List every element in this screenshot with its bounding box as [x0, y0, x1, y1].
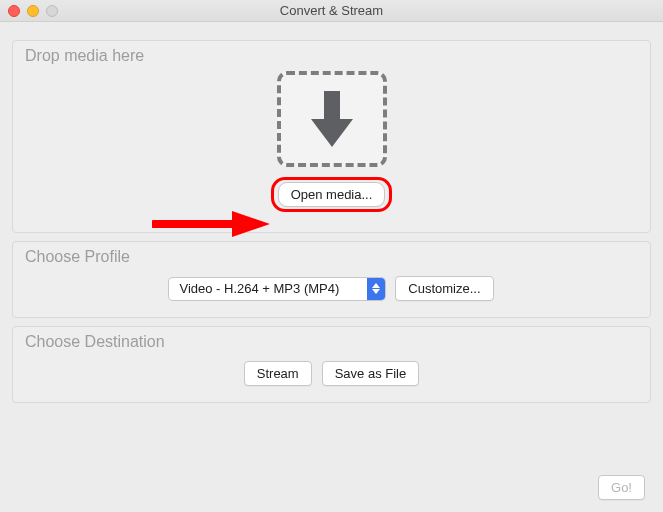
- customize-button[interactable]: Customize...: [395, 276, 493, 301]
- window-title: Convert & Stream: [0, 3, 663, 18]
- window-zoom-button-disabled: [46, 5, 58, 17]
- go-button[interactable]: Go!: [598, 475, 645, 500]
- profile-select[interactable]: Video - H.264 + MP3 (MP4): [169, 278, 385, 300]
- choose-destination-legend: Choose Destination: [25, 333, 165, 351]
- choose-profile-group: Choose Profile Video - H.264 + MP3 (MP4)…: [12, 241, 651, 318]
- drop-target[interactable]: [277, 71, 387, 167]
- choose-destination-group: Choose Destination Stream Save as File: [12, 326, 651, 403]
- window-minimize-button[interactable]: [27, 5, 39, 17]
- save-as-file-button[interactable]: Save as File: [322, 361, 420, 386]
- open-media-button[interactable]: Open media...: [278, 182, 386, 207]
- open-media-highlight: Open media...: [271, 177, 393, 212]
- window-titlebar: Convert & Stream: [0, 0, 663, 22]
- drop-media-legend: Drop media here: [25, 47, 144, 65]
- window-close-button[interactable]: [8, 5, 20, 17]
- download-arrow-icon: [307, 87, 357, 151]
- choose-profile-legend: Choose Profile: [25, 248, 130, 266]
- profile-select-value: Video - H.264 + MP3 (MP4): [169, 278, 367, 300]
- stream-button[interactable]: Stream: [244, 361, 312, 386]
- chevron-up-down-icon: [367, 278, 385, 300]
- drop-media-group: Drop media here Open media...: [12, 40, 651, 233]
